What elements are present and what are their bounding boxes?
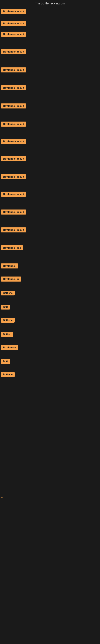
bottleneck-badge-4[interactable]: Bottleneck result	[1, 49, 26, 54]
bottleneck-badge-3[interactable]: Bottleneck result	[1, 32, 26, 37]
bottleneck-item-7[interactable]: Bottleneck result	[1, 104, 26, 109]
bottleneck-badge-10[interactable]: Bottleneck result	[1, 156, 26, 161]
bottleneck-item-24[interactable]: Bottlene	[1, 372, 15, 378]
bottleneck-badge-2[interactable]: Bottleneck result	[1, 21, 26, 26]
bottleneck-badge-1[interactable]: Bottleneck result	[1, 9, 26, 14]
bottleneck-badge-23[interactable]: Bott	[1, 359, 10, 364]
items-container: Bottleneck resultBottleneck resultBottle…	[0, 7, 100, 631]
bottleneck-item-21[interactable]: Bottlen	[1, 332, 13, 338]
bottleneck-item-23[interactable]: Bott	[1, 359, 10, 365]
bottleneck-item-3[interactable]: Bottleneck result	[1, 32, 26, 38]
bottleneck-badge-20[interactable]: Bottlene	[1, 318, 15, 322]
bottleneck-badge-21[interactable]: Bottlen	[1, 332, 13, 337]
bottleneck-badge-12[interactable]: Bottleneck result	[1, 192, 26, 196]
bottleneck-item-19[interactable]: Bott	[1, 305, 10, 310]
bottleneck-badge-22[interactable]: Bottleneck	[1, 345, 18, 350]
bottleneck-badge-24[interactable]: Bottlene	[1, 372, 15, 377]
bottleneck-badge-16[interactable]: Bottleneck	[1, 264, 18, 268]
small-indicator: ≡	[1, 496, 2, 499]
bottleneck-badge-9[interactable]: Bottleneck result	[1, 139, 26, 144]
bottleneck-item-20[interactable]: Bottlene	[1, 318, 15, 324]
bottleneck-item-16[interactable]: Bottleneck	[1, 264, 18, 269]
site-title: TheBottlenecker.com	[0, 0, 100, 7]
bottleneck-item-2[interactable]: Bottleneck result	[1, 21, 26, 27]
bottleneck-item-5[interactable]: Bottleneck result	[1, 68, 26, 73]
bottleneck-badge-18[interactable]: Bottlene	[1, 290, 15, 296]
bottleneck-item-17[interactable]: Bottleneck re	[1, 276, 21, 282]
bottleneck-badge-14[interactable]: Bottleneck result	[1, 228, 26, 232]
bottleneck-badge-15[interactable]: Bottleneck res	[1, 245, 23, 250]
bottleneck-item-15[interactable]: Bottleneck res	[1, 245, 23, 251]
bottleneck-item-8[interactable]: Bottleneck result	[1, 122, 26, 128]
bottleneck-item-12[interactable]: Bottleneck result	[1, 192, 26, 198]
bottleneck-badge-19[interactable]: Bott	[1, 305, 10, 310]
bottleneck-item-14[interactable]: Bottleneck result	[1, 228, 26, 233]
bottleneck-item-10[interactable]: Bottleneck result	[1, 156, 26, 162]
bottleneck-badge-13[interactable]: Bottleneck result	[1, 210, 26, 214]
bottleneck-item-18[interactable]: Bottlene	[1, 290, 15, 296]
bottleneck-badge-5[interactable]: Bottleneck result	[1, 68, 26, 72]
bottleneck-badge-7[interactable]: Bottleneck result	[1, 104, 26, 108]
bottleneck-item-22[interactable]: Bottleneck	[1, 345, 18, 351]
bottleneck-item-9[interactable]: Bottleneck result	[1, 139, 26, 145]
bottleneck-badge-11[interactable]: Bottleneck result	[1, 174, 26, 179]
bottleneck-badge-8[interactable]: Bottleneck result	[1, 122, 26, 126]
bottleneck-badge-6[interactable]: Bottleneck result	[1, 85, 26, 90]
bottleneck-item-1[interactable]: Bottleneck result	[1, 9, 26, 15]
bottleneck-badge-17[interactable]: Bottleneck re	[1, 276, 21, 282]
bottleneck-item-11[interactable]: Bottleneck result	[1, 174, 26, 180]
bottleneck-item-6[interactable]: Bottleneck result	[1, 85, 26, 91]
bottleneck-item-13[interactable]: Bottleneck result	[1, 210, 26, 215]
bottleneck-item-4[interactable]: Bottleneck result	[1, 49, 26, 55]
